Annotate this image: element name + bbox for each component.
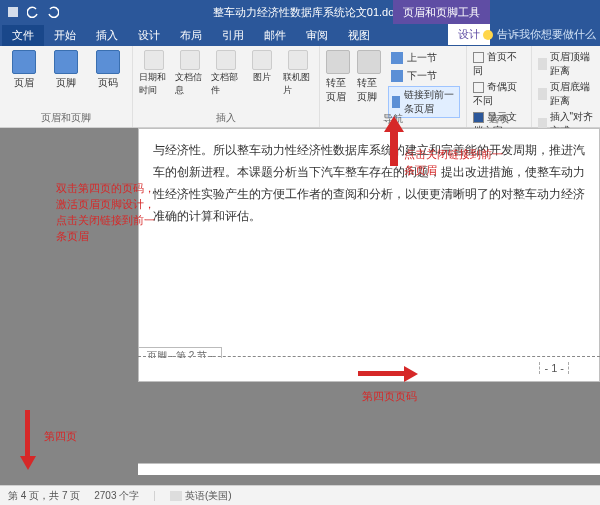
arrow-up-icon [391,52,403,64]
odd-even-different-checkbox[interactable]: 奇偶页不同 [473,80,526,108]
quickparts-button[interactable]: 文档部件 [211,50,241,97]
tab-view[interactable]: 视图 [338,25,380,46]
tab-mailings[interactable]: 邮件 [254,25,296,46]
next-section-button[interactable]: 下一节 [388,68,460,84]
tab-file[interactable]: 文件 [2,25,44,46]
footer-page-number[interactable]: - 1 - [539,362,569,374]
bulb-icon [483,30,493,40]
datetime-button[interactable]: 日期和时间 [139,50,169,97]
ribbon: 页眉 页脚 页码 页眉和页脚 日期和时间 文档信息 文档部件 图片 联机图片 插… [0,46,600,128]
tab-review[interactable]: 审阅 [296,25,338,46]
save-icon[interactable] [6,5,20,19]
online-pictures-button[interactable]: 联机图片 [283,50,313,97]
status-page[interactable]: 第 4 页，共 7 页 [8,489,80,503]
pictures-button[interactable]: 图片 [247,50,277,84]
header-button[interactable]: 页眉 [6,50,42,90]
undo-icon[interactable] [26,5,40,19]
svg-rect-0 [8,7,18,17]
document-area: 与经济性。所以整车动力性经济性数据库系统的建立和完善能的开发周期，推进汽车的创新… [0,128,600,485]
annotation-page4-label: 第四页 [44,428,77,444]
annotation-left: 双击第四页的页码， 激活页眉页脚设计， 点击关闭链接到前一 条页眉 [56,180,155,244]
link-icon [392,96,400,108]
first-page-different-checkbox[interactable]: 首页不同 [473,50,526,78]
group-header-footer: 页眉 页脚 页码 页眉和页脚 [0,46,133,127]
annotation-arrow-right [358,366,418,382]
status-bar: 第 4 页，共 7 页 2703 个字 | 英语(美国) [0,485,600,505]
flag-icon [170,491,182,501]
next-page-top [138,463,600,475]
group-navigation: 转至页眉 转至页脚 上一节 下一节 链接到前一条页眉 导航 [320,46,467,127]
quick-access-toolbar [6,5,60,19]
footer-separator [138,356,600,357]
footer-from-bottom-button[interactable]: 页眉底端距离 [538,80,594,108]
annotation-arrow-down [20,410,36,470]
tab-references[interactable]: 引用 [212,25,254,46]
annotation-top-right: 点击关闭链接到前一 条页眉 [404,146,503,178]
goto-header-button[interactable]: 转至页眉 [326,50,351,104]
tab-design[interactable]: 设计 [128,25,170,46]
ribbon-tabs: 文件 开始 插入 设计 布局 引用 邮件 审阅 视图 设计 告诉我你想要做什么 [0,24,600,46]
group-options: 首页不同 奇偶页不同 显示文档文字 选项 [467,46,533,127]
group-label-options: 选项 [473,112,526,126]
arrow-down-icon [391,70,403,82]
annotation-arrow-up [382,116,406,166]
title-bar: 整车动力经济性数据库系统论文01.docx - Word 页眉和页脚工具 [0,0,600,24]
tell-me-text: 告诉我你想要做什么 [497,27,596,42]
previous-section-button[interactable]: 上一节 [388,50,460,66]
status-wordcount[interactable]: 2703 个字 [94,489,139,503]
redo-icon[interactable] [46,5,60,19]
tab-home[interactable]: 开始 [44,25,86,46]
annotation-page-number-label: 第四页页码 [362,388,417,404]
group-label-insert: 插入 [139,111,313,125]
docinfo-button[interactable]: 文档信息 [175,50,205,97]
header-pos-icon [538,58,547,70]
footer-button[interactable]: 页脚 [48,50,84,90]
page-number-button[interactable]: 页码 [90,50,126,90]
tell-me-box[interactable]: 告诉我你想要做什么 [483,27,596,42]
status-language[interactable]: 英语(美国) [170,489,232,503]
tab-layout[interactable]: 布局 [170,25,212,46]
footer-pos-icon [538,88,547,100]
document-body-text: 与经济性。所以整车动力性经济性数据库系统的建立和完善能的开发周期，推进汽车的创新… [153,139,585,227]
header-from-top-button[interactable]: 页眉顶端距离 [538,50,594,78]
goto-footer-button[interactable]: 转至页脚 [357,50,382,104]
group-position: 页眉顶端距离 页眉底端距离 插入"对齐方式 . [532,46,600,127]
contextual-tab-title: 页眉和页脚工具 [393,0,490,24]
document-page[interactable]: 与经济性。所以整车动力性经济性数据库系统的建立和完善能的开发周期，推进汽车的创新… [138,128,600,376]
tab-insert[interactable]: 插入 [86,25,128,46]
group-label-hf: 页眉和页脚 [6,111,126,125]
group-insert: 日期和时间 文档信息 文档部件 图片 联机图片 插入 [133,46,320,127]
